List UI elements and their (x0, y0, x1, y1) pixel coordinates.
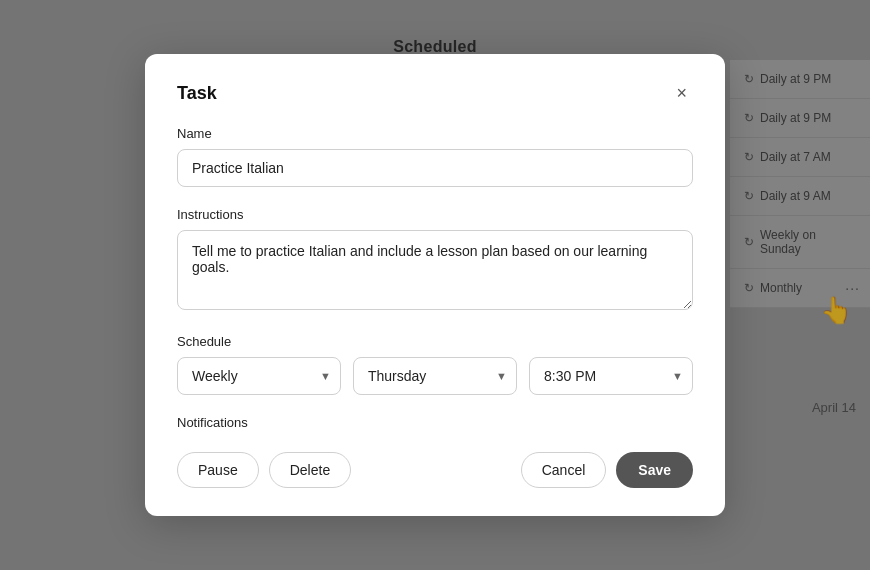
save-button[interactable]: Save (616, 452, 693, 488)
frequency-select[interactable]: Weekly Daily Monthly (177, 357, 341, 395)
cancel-button[interactable]: Cancel (521, 452, 607, 488)
close-button[interactable]: × (670, 82, 693, 104)
time-select[interactable]: 8:30 PM 9:00 AM 9:00 PM 7:00 AM (529, 357, 693, 395)
footer-right: Cancel Save (521, 452, 693, 488)
pause-button[interactable]: Pause (177, 452, 259, 488)
schedule-field-group: Schedule Weekly Daily Monthly ▼ Sunday M… (177, 334, 693, 395)
instructions-field-group: Instructions (177, 207, 693, 314)
time-wrapper: 8:30 PM 9:00 AM 9:00 PM 7:00 AM ▼ (529, 357, 693, 395)
schedule-row: Weekly Daily Monthly ▼ Sunday Monday Tue… (177, 357, 693, 395)
modal-footer: Pause Delete Cancel Save (177, 452, 693, 488)
instructions-label: Instructions (177, 207, 693, 222)
task-modal: Task × Name Instructions Schedule Weekly… (145, 54, 725, 516)
delete-button[interactable]: Delete (269, 452, 351, 488)
notifications-field-group: Notifications (177, 415, 693, 430)
instructions-textarea[interactable] (177, 230, 693, 310)
schedule-label: Schedule (177, 334, 693, 349)
footer-left: Pause Delete (177, 452, 351, 488)
modal-title: Task (177, 83, 217, 104)
name-label: Name (177, 126, 693, 141)
notifications-label: Notifications (177, 415, 693, 430)
name-input[interactable] (177, 149, 693, 187)
name-field-group: Name (177, 126, 693, 187)
day-select[interactable]: Sunday Monday Tuesday Wednesday Thursday… (353, 357, 517, 395)
day-wrapper: Sunday Monday Tuesday Wednesday Thursday… (353, 357, 517, 395)
modal-header: Task × (177, 82, 693, 104)
frequency-wrapper: Weekly Daily Monthly ▼ (177, 357, 341, 395)
